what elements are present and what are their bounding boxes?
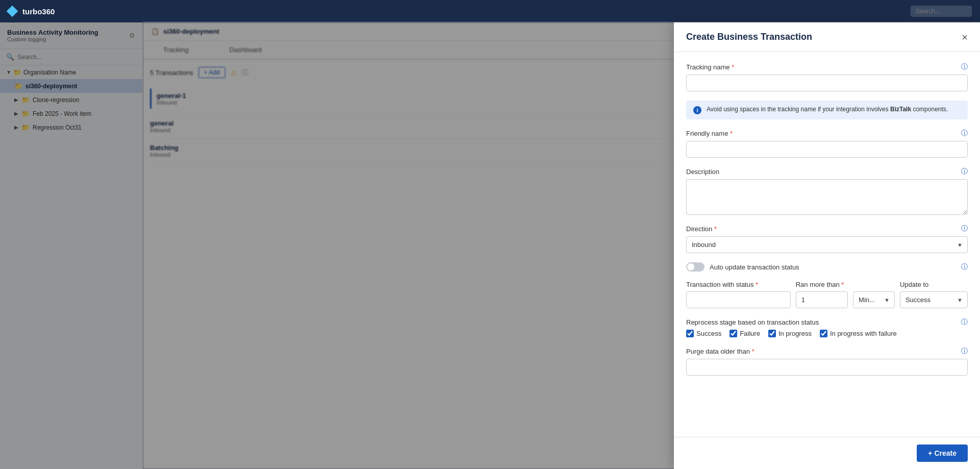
transaction-status-input[interactable] <box>686 291 791 308</box>
reprocess-label-row: Reprocess stage based on transaction sta… <box>686 317 968 327</box>
create-transaction-modal: Create Business Transaction × Tracking n… <box>674 22 980 469</box>
modal-close-button[interactable]: × <box>962 32 968 42</box>
transaction-status-group: Transaction with status * <box>686 281 791 308</box>
top-navigation: turbo360 <box>0 0 980 22</box>
direction-select[interactable]: Inbound Outbound Both <box>686 236 968 253</box>
reprocess-label: Reprocess stage based on transaction sta… <box>686 318 819 326</box>
description-info-icon[interactable]: ⓘ <box>961 167 968 176</box>
friendly-name-label-row: Friendly name * ⓘ <box>686 129 968 138</box>
checkbox-success-input[interactable] <box>686 330 694 337</box>
ran-unit-label <box>853 281 895 288</box>
app-logo <box>8 7 16 15</box>
update-to-select-wrapper: Success Failure In progress In progress … <box>900 291 968 308</box>
modal-header: Create Business Transaction × <box>674 22 980 52</box>
update-to-select[interactable]: Success Failure In progress In progress … <box>900 291 968 308</box>
checkbox-in-progress: In progress <box>768 330 812 337</box>
checkbox-failure: Failure <box>730 330 760 337</box>
update-to-label: Update to <box>900 281 968 288</box>
tracking-name-group: Tracking name * ⓘ <box>686 62 968 91</box>
friendly-name-group: Friendly name * ⓘ <box>686 129 968 158</box>
checkbox-failure-label: Failure <box>740 330 760 337</box>
friendly-name-info-icon[interactable]: ⓘ <box>961 129 968 138</box>
tracking-name-label-row: Tracking name * ⓘ <box>686 62 968 71</box>
auto-update-toggle[interactable] <box>686 262 705 271</box>
ran-unit-select-wrapper: Min... Hour Day ▼ <box>853 291 895 308</box>
direction-info-icon[interactable]: ⓘ <box>961 224 968 233</box>
ran-more-than-group: Ran more than * <box>796 281 848 308</box>
ran-unit-group: Min... Hour Day ▼ <box>853 281 895 308</box>
required-indicator: * <box>752 348 755 355</box>
purge-data-input[interactable] <box>686 359 968 376</box>
purge-data-label: Purge data older than * <box>686 348 755 355</box>
tracking-name-input[interactable] <box>686 75 968 91</box>
required-indicator: * <box>756 281 758 288</box>
global-search-input[interactable] <box>911 6 972 17</box>
reprocess-checkboxes-row: Success Failure In progress In progress … <box>686 330 968 337</box>
friendly-name-label: Friendly name * <box>686 130 733 137</box>
checkbox-success: Success <box>686 330 721 337</box>
main-layout: Business Activity Monitoring Custom logg… <box>0 22 980 469</box>
purge-data-label-row: Purge data older than * ⓘ <box>686 347 968 356</box>
description-group: Description ⓘ <box>686 167 968 215</box>
purge-data-group: Purge data older than * ⓘ <box>686 347 968 376</box>
auto-update-group: Auto update transaction status ⓘ <box>686 262 968 271</box>
checkbox-in-progress-failure-label: In progress with failure <box>830 330 897 337</box>
checkbox-in-progress-input[interactable] <box>768 330 776 337</box>
reprocess-info-icon[interactable]: ⓘ <box>961 317 968 327</box>
modal-body: Tracking name * ⓘ i Avoid using spaces i… <box>674 52 980 437</box>
description-label-row: Description ⓘ <box>686 167 968 176</box>
logo-icon <box>7 6 18 17</box>
info-banner: i Avoid using spaces in the tracking nam… <box>686 101 968 119</box>
required-indicator: * <box>714 225 717 233</box>
transaction-status-label: Transaction with status * <box>686 281 791 288</box>
checkbox-failure-input[interactable] <box>730 330 737 337</box>
description-textarea[interactable] <box>686 179 968 215</box>
ran-unit-select[interactable]: Min... Hour Day <box>853 291 895 308</box>
toggle-row: Auto update transaction status <box>686 262 799 271</box>
purge-data-info-icon[interactable]: ⓘ <box>961 347 968 356</box>
checkbox-in-progress-failure: In progress with failure <box>820 330 897 337</box>
direction-group: Direction * ⓘ Inbound Outbound Both ▼ <box>686 224 968 253</box>
reprocess-group: Reprocess stage based on transaction sta… <box>686 317 968 337</box>
direction-label: Direction * <box>686 225 717 233</box>
info-banner-text: Avoid using spaces in the tracking name … <box>707 106 948 113</box>
ran-more-than-label: Ran more than * <box>796 281 848 288</box>
checkbox-success-label: Success <box>696 330 721 337</box>
auto-update-info-icon[interactable]: ⓘ <box>961 262 968 271</box>
auto-update-label: Auto update transaction status <box>710 263 799 271</box>
required-indicator: * <box>841 281 844 288</box>
required-indicator: * <box>730 130 733 137</box>
checkbox-in-progress-failure-input[interactable] <box>820 330 827 337</box>
create-button[interactable]: + Create <box>917 445 968 462</box>
auto-update-label-row: Auto update transaction status ⓘ <box>686 262 968 271</box>
status-row: Transaction with status * Ran more than … <box>686 281 968 308</box>
tracking-name-info-icon[interactable]: ⓘ <box>961 62 968 71</box>
info-circle-icon: i <box>693 106 701 114</box>
modal-footer: + Create <box>674 437 980 469</box>
required-indicator: * <box>732 63 734 71</box>
description-label: Description <box>686 168 719 176</box>
direction-select-wrapper: Inbound Outbound Both ▼ <box>686 236 968 253</box>
friendly-name-input[interactable] <box>686 141 968 158</box>
checkbox-in-progress-label: In progress <box>778 330 812 337</box>
update-to-group: Update to Success Failure In progress In… <box>900 281 968 308</box>
direction-label-row: Direction * ⓘ <box>686 224 968 233</box>
ran-more-than-input[interactable] <box>796 291 848 308</box>
tracking-name-label: Tracking name * <box>686 63 734 71</box>
app-title: turbo360 <box>22 7 55 16</box>
modal-title: Create Business Transaction <box>686 32 812 42</box>
